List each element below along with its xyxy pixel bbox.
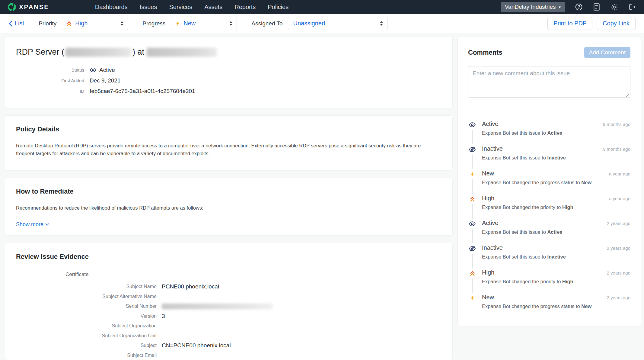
issue-header-card: RDP Server ( ) at Status Active: [5, 36, 453, 108]
back-to-list-link[interactable]: List: [8, 20, 24, 27]
nav-item-reports[interactable]: Reports: [234, 4, 256, 11]
timeline-item-description: Expanse Bot set this issue to Active: [482, 130, 630, 136]
nav-item-policies[interactable]: Policies: [268, 4, 289, 11]
evidence-row: Version 3: [16, 311, 440, 321]
page-title: RDP Server ( ) at: [16, 47, 440, 57]
how-to-remediate-card: How to Remediate Recommendations to redu…: [5, 178, 453, 236]
timeline-item-description: Expanse Bot set this issue to Inactive: [482, 254, 630, 260]
timeline-item-timestamp: 2 years ago: [607, 270, 630, 275]
show-more-link[interactable]: Show more: [16, 221, 440, 228]
priority-value: High: [75, 20, 88, 27]
first-added-value: Dec 9, 2021: [90, 77, 120, 84]
lightning-icon: [468, 169, 477, 179]
logout-icon[interactable]: [628, 3, 636, 11]
main-nav: Dashboards Issues Services Assets Report…: [95, 4, 289, 11]
issue-toolbar: List Priority High Progress New Assigned…: [0, 14, 644, 33]
timeline-item-timestamp: 2 years ago: [607, 246, 630, 251]
priority-high-icon: [66, 21, 72, 26]
timeline-item-timestamp: 9 months ago: [603, 146, 630, 152]
progress-label: Progress: [142, 20, 165, 27]
redacted-ip-address: [147, 48, 217, 57]
issue-id-row: ID feb5cae7-6c75-3a31-a0f1-4c257604e201: [16, 86, 440, 96]
print-to-pdf-button[interactable]: Print to PDF: [547, 17, 592, 30]
timeline-item-title: Active: [482, 220, 498, 227]
org-selector-button[interactable]: VanDelay Industries ▾: [501, 2, 565, 12]
evidence-row: Subject Organization Unit: [16, 331, 440, 341]
redacted-hostname: [65, 48, 131, 57]
timeline-item: Inactive2 years agoExpanse Bot set this …: [468, 244, 630, 261]
eye-off-icon: [468, 243, 477, 254]
comment-input[interactable]: [468, 66, 630, 98]
lightning-icon: [468, 293, 477, 303]
timeline-item-timestamp: a year ago: [609, 196, 630, 201]
nav-item-services[interactable]: Services: [169, 4, 192, 11]
policy-details-heading: Policy Details: [16, 125, 440, 133]
progress-value: New: [183, 20, 196, 27]
timeline-item-timestamp: 2 years ago: [607, 295, 630, 300]
add-comment-button[interactable]: Add Comment: [584, 47, 630, 58]
policy-details-card: Policy Details Remote Desktop Protocol (…: [5, 115, 453, 170]
brand-name: XPANSE: [19, 3, 49, 11]
chevron-down-icon: ▾: [559, 5, 561, 9]
issue-detail-column: RDP Server ( ) at Status Active: [5, 36, 453, 360]
progress-select[interactable]: New: [171, 17, 237, 30]
review-issue-evidence-card: Review Issue Evidence Certificate Subjec…: [5, 243, 453, 360]
timeline-item-description: Expanse Bot set this issue to Active: [482, 229, 630, 235]
issue-id-value: feb5cae7-6c75-3a31-a0f1-4c257604e201: [90, 88, 195, 95]
xpanse-logo-icon: [8, 3, 16, 11]
timeline-item: High2 years agoExpanse Bot changed the p…: [468, 269, 630, 285]
eye-icon: [90, 67, 97, 72]
evidence-row: Subject Name PCNE00.phoenix.local: [16, 282, 440, 292]
timeline-item-title: New: [482, 170, 494, 177]
timeline-item-timestamp: 9 months ago: [603, 122, 630, 127]
assigned-to-select[interactable]: Unassigned: [288, 17, 387, 30]
docs-icon[interactable]: [592, 3, 601, 11]
timeline-item-description: Expanse Bot changed the priority to High: [482, 204, 630, 210]
timeline-item-title: High: [482, 195, 494, 202]
timeline-item-title: Inactive: [482, 244, 503, 251]
stepper-icon: [380, 21, 383, 26]
timeline-item-description: Expanse Bot set this issue to Inactive: [482, 155, 630, 161]
nav-item-dashboards[interactable]: Dashboards: [95, 4, 128, 11]
priority-select[interactable]: High: [62, 17, 128, 30]
timeline-item-title: Inactive: [482, 145, 503, 152]
priority-label: Priority: [39, 20, 56, 27]
timeline-item-title: Active: [482, 121, 498, 127]
chevron-left-icon: [8, 21, 13, 27]
brand[interactable]: XPANSE: [8, 3, 49, 11]
evidence-row: Serial Number: [16, 301, 440, 311]
evidence-row: Subject Email: [16, 351, 440, 360]
timeline-item-description: Expanse Bot changed the priority to High: [482, 279, 630, 284]
timeline-item-title: High: [482, 269, 494, 276]
help-icon[interactable]: [575, 3, 583, 11]
comments-heading: Comments: [468, 49, 502, 56]
evidence-row: Subject Alternative Name: [16, 292, 440, 302]
review-issue-evidence-heading: Review Issue Evidence: [16, 253, 440, 261]
top-navigation-bar: XPANSE Dashboards Issues Services Assets…: [0, 0, 644, 14]
eye-off-icon: [468, 144, 477, 155]
first-added-row: First Added Dec 9, 2021: [16, 75, 440, 86]
timeline-item-title: New: [482, 294, 494, 301]
nav-item-assets[interactable]: Assets: [204, 4, 222, 11]
timeline-item-description: Expanse Bot changed the progress status …: [482, 304, 630, 309]
settings-icon[interactable]: [610, 3, 618, 11]
copy-link-button[interactable]: Copy Link: [597, 17, 636, 30]
chevron-down-icon: [45, 223, 49, 226]
eye-icon: [468, 120, 477, 130]
activity-timeline: Active9 months agoExpanse Bot set this i…: [468, 121, 630, 310]
redacted-serial-number: [162, 304, 273, 309]
priority-high-icon: [468, 194, 477, 204]
stepper-icon: [120, 21, 123, 26]
nav-item-issues[interactable]: Issues: [140, 4, 157, 11]
timeline-item-description: Expanse Bot changed the progress status …: [482, 180, 630, 185]
status-value: Active: [99, 67, 115, 73]
timeline-item: Newa year agoExpanse Bot changed the pro…: [468, 170, 630, 186]
timeline-item-timestamp: a year ago: [609, 171, 630, 176]
assigned-to-value: Unassigned: [293, 20, 325, 27]
comments-panel: Comments Add Comment Active9 months agoE…: [457, 36, 641, 360]
evidence-row: Subject Organization: [16, 321, 440, 331]
assigned-to-label: Assigned To: [251, 20, 282, 27]
timeline-item: Active9 months agoExpanse Bot set this i…: [468, 121, 630, 137]
policy-details-body: Remote Desktop Protocol (RDP) servers pr…: [16, 142, 440, 158]
evidence-row: Subject CN=PCNE00.phoenix.local: [16, 341, 440, 351]
